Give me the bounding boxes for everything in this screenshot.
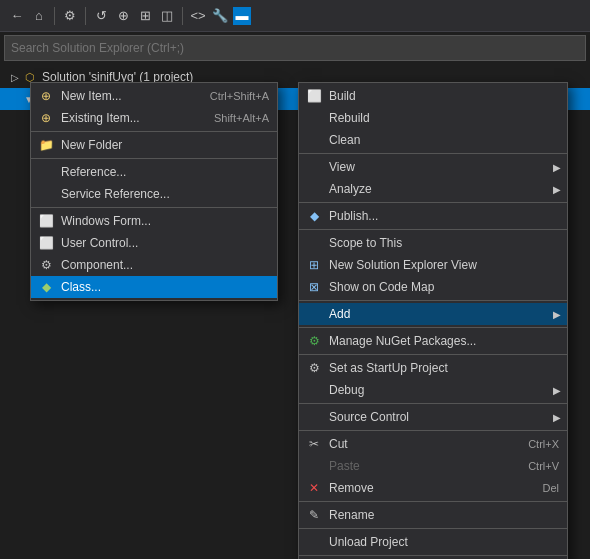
- sep6: [299, 354, 567, 355]
- menu-show-map[interactable]: ⊠ Show on Code Map: [299, 276, 567, 298]
- add-windows-form[interactable]: ⬜ Windows Form...: [31, 210, 277, 232]
- menu-publish[interactable]: ◆ Publish...: [299, 205, 567, 227]
- sep7: [299, 403, 567, 404]
- sep10: [299, 528, 567, 529]
- add-user-control[interactable]: ⬜ User Control...: [31, 232, 277, 254]
- menu-clean[interactable]: Clean: [299, 129, 567, 151]
- scope-label: Scope to This: [329, 236, 402, 250]
- sep8: [299, 430, 567, 431]
- startup-label: Set as StartUp Project: [329, 361, 448, 375]
- menu-scope[interactable]: Scope to This: [299, 232, 567, 254]
- source-control-arrow: ▶: [553, 412, 561, 423]
- class-label: Class...: [61, 280, 101, 294]
- startup-icon: ⚙: [305, 359, 323, 377]
- menu-nuget[interactable]: ⚙ Manage NuGet Packages...: [299, 330, 567, 352]
- menu-source-control[interactable]: Source Control ▶: [299, 406, 567, 428]
- menu-debug[interactable]: Debug ▶: [299, 379, 567, 401]
- view-arrow: ▶: [553, 162, 561, 173]
- service-reference-label: Service Reference...: [61, 187, 170, 201]
- clean-label: Clean: [329, 133, 360, 147]
- toolbar-code[interactable]: <>: [189, 7, 207, 25]
- show-map-icon: ⊠: [305, 278, 323, 296]
- toolbar-sep3: [182, 7, 183, 25]
- debug-arrow: ▶: [553, 385, 561, 396]
- sep5: [299, 327, 567, 328]
- toolbar-pin[interactable]: ▬: [233, 7, 251, 25]
- add-label: Add: [329, 307, 350, 321]
- add-sep3: [31, 207, 277, 208]
- existing-item-icon: ⊕: [37, 109, 55, 127]
- remove-shortcut: Del: [522, 482, 559, 494]
- toolbar-collapse[interactable]: ⊕: [114, 7, 132, 25]
- debug-label: Debug: [329, 383, 364, 397]
- add-reference[interactable]: Reference...: [31, 161, 277, 183]
- component-icon: ⚙: [37, 256, 55, 274]
- toolbar-settings[interactable]: ⚙: [61, 7, 79, 25]
- add-new-item[interactable]: ⊕ New Item... Ctrl+Shift+A: [31, 85, 277, 107]
- rename-label: Rename: [329, 508, 374, 522]
- search-bar[interactable]: [4, 35, 586, 61]
- paste-label: Paste: [329, 459, 360, 473]
- new-sol-view-icon: ⊞: [305, 256, 323, 274]
- menu-rename[interactable]: ✎ Rename: [299, 504, 567, 526]
- unload-label: Unload Project: [329, 535, 408, 549]
- add-component[interactable]: ⚙ Component...: [31, 254, 277, 276]
- toolbar: ← ⌂ ⚙ ↺ ⊕ ⊞ ◫ <> 🔧 ▬: [0, 0, 590, 32]
- menu-startup[interactable]: ⚙ Set as StartUp Project: [299, 357, 567, 379]
- publish-label: Publish...: [329, 209, 378, 223]
- windows-form-icon: ⬜: [37, 212, 55, 230]
- new-item-shortcut: Ctrl+Shift+A: [190, 90, 269, 102]
- menu-remove[interactable]: ✕ Remove Del: [299, 477, 567, 499]
- nuget-label: Manage NuGet Packages...: [329, 334, 476, 348]
- add-service-reference[interactable]: Service Reference...: [31, 183, 277, 205]
- show-map-label: Show on Code Map: [329, 280, 434, 294]
- view-label: View: [329, 160, 355, 174]
- new-sol-view-label: New Solution Explorer View: [329, 258, 477, 272]
- solution-arrow: ▷: [8, 70, 22, 84]
- build-icon: ⬜: [305, 87, 323, 105]
- menu-rebuild[interactable]: Rebuild: [299, 107, 567, 129]
- publish-icon: ◆: [305, 207, 323, 225]
- new-item-icon: ⊕: [37, 87, 55, 105]
- remove-label: Remove: [329, 481, 374, 495]
- menu-new-sol-view[interactable]: ⊞ New Solution Explorer View: [299, 254, 567, 276]
- sep3: [299, 229, 567, 230]
- toolbar-refresh[interactable]: ↺: [92, 7, 110, 25]
- cut-icon: ✂: [305, 435, 323, 453]
- existing-item-label: Existing Item...: [61, 111, 140, 125]
- cut-label: Cut: [329, 437, 348, 451]
- add-sep2: [31, 158, 277, 159]
- menu-view[interactable]: View ▶: [299, 156, 567, 178]
- toolbar-view[interactable]: ⊞: [136, 7, 154, 25]
- analyze-label: Analyze: [329, 182, 372, 196]
- windows-form-label: Windows Form...: [61, 214, 151, 228]
- menu-build[interactable]: ⬜ Build: [299, 85, 567, 107]
- new-item-label: New Item...: [61, 89, 122, 103]
- toolbar-home[interactable]: ⌂: [30, 7, 48, 25]
- add-new-folder[interactable]: 📁 New Folder: [31, 134, 277, 156]
- user-control-icon: ⬜: [37, 234, 55, 252]
- add-sep1: [31, 131, 277, 132]
- menu-analyze[interactable]: Analyze ▶: [299, 178, 567, 200]
- add-class[interactable]: ◆ Class...: [31, 276, 277, 298]
- toolbar-filter[interactable]: ◫: [158, 7, 176, 25]
- menu-paste[interactable]: Paste Ctrl+V: [299, 455, 567, 477]
- menu-unload[interactable]: Unload Project: [299, 531, 567, 553]
- build-label: Build: [329, 89, 356, 103]
- context-menu-add: ⊕ New Item... Ctrl+Shift+A ⊕ Existing It…: [30, 82, 278, 301]
- component-label: Component...: [61, 258, 133, 272]
- search-input[interactable]: [11, 41, 579, 55]
- menu-add[interactable]: Add ▶: [299, 303, 567, 325]
- sep1: [299, 153, 567, 154]
- menu-cut[interactable]: ✂ Cut Ctrl+X: [299, 433, 567, 455]
- class-icon: ◆: [37, 278, 55, 296]
- new-folder-icon: 📁: [37, 136, 55, 154]
- new-folder-label: New Folder: [61, 138, 122, 152]
- toolbar-wrench[interactable]: 🔧: [211, 7, 229, 25]
- add-existing-item[interactable]: ⊕ Existing Item... Shift+Alt+A: [31, 107, 277, 129]
- toolbar-back[interactable]: ←: [8, 7, 26, 25]
- paste-shortcut: Ctrl+V: [508, 460, 559, 472]
- analyze-arrow: ▶: [553, 184, 561, 195]
- remove-icon: ✕: [305, 479, 323, 497]
- source-control-label: Source Control: [329, 410, 409, 424]
